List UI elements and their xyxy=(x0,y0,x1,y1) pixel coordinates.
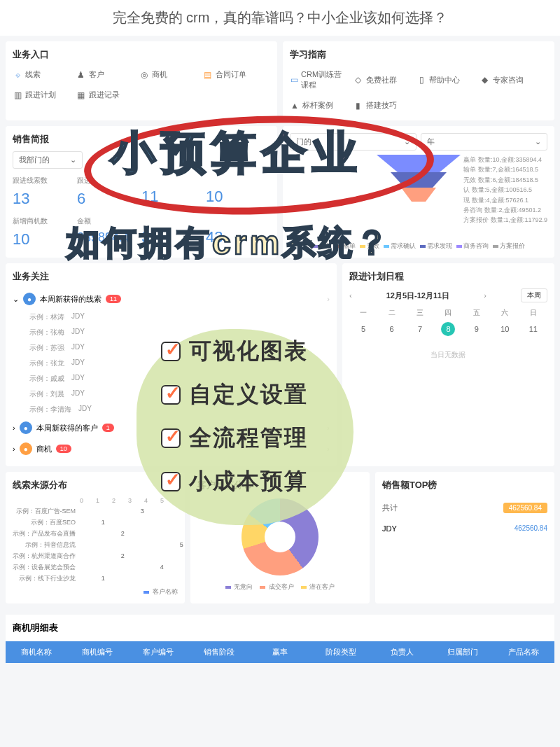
funnel-card: 门的⌄ 年⌄ 赢单 数量:10,金额:335894.4 输单 数量:7,金额:1… xyxy=(283,126,554,258)
table-column-header[interactable]: 归属部门 xyxy=(433,647,493,657)
guide-help[interactable]: ▯帮助中心 xyxy=(416,67,476,93)
page-title: 完全免费的 crm，真的靠谱吗？中小企业该如何选择？ xyxy=(0,0,560,36)
stat-label-5: 新增商机数 xyxy=(13,216,77,226)
list-item[interactable]: 示例：林涛JDY xyxy=(13,309,330,325)
stat-value-4: 10 xyxy=(206,188,270,206)
focus-group-opportunities[interactable]: › ● 商机 10 › xyxy=(13,438,330,459)
expert-icon: ◆ xyxy=(480,75,490,85)
table-column-header[interactable]: 赢率 xyxy=(249,647,310,657)
chevron-down-icon: ⌄ xyxy=(70,155,76,165)
opportunity-icon: ◎ xyxy=(139,70,149,80)
badge-opportunities: 10 xyxy=(56,445,71,453)
chevron-right-icon: › xyxy=(13,445,15,453)
funnel-bottom-legend: 赢单 输单 无效 需求确认 需求发现 商务咨询 方案报价 xyxy=(290,242,547,251)
table-column-header[interactable]: 产品名称 xyxy=(493,647,554,657)
sales-top-card: 销售额TOP榜 共计 462560.84 JDY 462560.84 xyxy=(375,472,554,603)
stat-value-7: 3 xyxy=(141,228,206,246)
table-column-header[interactable]: 商机编号 xyxy=(66,647,127,657)
list-item[interactable]: 示例：刘晨JDY xyxy=(13,386,330,402)
list-item[interactable]: 示例：张梅JDY xyxy=(13,325,330,340)
stat-value-6: 335894.4 xyxy=(77,230,141,245)
entry-leads[interactable]: ⟐线索 xyxy=(13,67,72,83)
list-item[interactable]: 示例：苏强JDY xyxy=(13,340,330,356)
chevron-right-icon: › xyxy=(13,424,15,432)
badge-leads: 11 xyxy=(106,295,121,303)
focus-group-leads[interactable]: ⌄ ● 本周新获得的线索 11 › xyxy=(13,288,330,309)
bar-row: 示例：产品发布会直播2 xyxy=(13,529,178,538)
cal-date[interactable]: 10 xyxy=(498,322,512,336)
cal-date[interactable]: 9 xyxy=(470,322,484,336)
dept-dropdown[interactable]: 我部门的⌄ xyxy=(13,151,83,169)
cal-week-button[interactable]: 本周 xyxy=(521,288,547,302)
guide-build[interactable]: ▮搭建技巧 xyxy=(354,97,413,113)
list-item[interactable]: 示例：张龙JDY xyxy=(13,356,330,371)
cal-date[interactable]: 11 xyxy=(526,322,540,336)
bar-row: 示例：百度广告-SEM3 xyxy=(13,507,178,516)
study-guide-card: 学习指南 ▭CRM训练营课程 ◇免费社群 ▯帮助中心 ◆专家咨询 ▲标杆案例 ▮… xyxy=(283,41,554,120)
source-chart-title: 线索来源分布 xyxy=(13,479,178,491)
plan-icon: ▥ xyxy=(13,90,22,100)
bar-row: 示例：百度SEO1 xyxy=(13,518,178,527)
funnel-layer-3 xyxy=(401,188,436,202)
cal-prev[interactable]: ‹ xyxy=(349,291,352,300)
cal-date[interactable]: 7 xyxy=(413,322,427,336)
chevron-down-icon: ⌄ xyxy=(404,137,410,146)
customer-icon: ♟ xyxy=(76,70,86,80)
entry-contract[interactable]: ▤合同订单 xyxy=(203,67,262,83)
opportunity-icon: ● xyxy=(20,442,32,455)
funnel-side-legend: 赢单 数量:10,金额:335894.4 输单 数量:7,金额:164518.5… xyxy=(463,155,547,225)
pie-chart xyxy=(241,498,318,575)
bar-row: 示例：抖音信息流5 xyxy=(13,540,178,550)
bar-legend: 客户名称 xyxy=(13,587,178,596)
detail-table-title: 商机明细表 xyxy=(6,615,554,641)
bar-axis: 012345 xyxy=(13,497,178,504)
user-icon: ● xyxy=(23,293,36,305)
focus-list: 示例：林涛JDY示例：张梅JDY示例：苏强JDY示例：张龙JDY示例：戚威JDY… xyxy=(13,309,330,417)
business-focus-card: 业务关注 ⌄ ● 本周新获得的线索 11 › 示例：林涛JDY示例：张梅JDY示… xyxy=(6,263,337,466)
funnel-dept-dropdown[interactable]: 门的⌄ xyxy=(290,133,416,151)
detail-table-header: 商机名称商机编号客户编号销售阶段赢率阶段类型负责人归属部门产品名称 xyxy=(6,641,554,663)
stat-value-8: 43 xyxy=(206,228,270,246)
chevron-down-icon: ⌄ xyxy=(13,295,19,304)
table-column-header[interactable]: 客户编号 xyxy=(127,647,188,657)
funnel-layer-1 xyxy=(377,155,461,172)
sales-brief-card: 销售简报 我部门的⌄ 跟进线索数13 跟进6 11 10 新增商机数10 金额3… xyxy=(6,126,277,258)
list-item[interactable]: 示例：戚威JDY xyxy=(13,371,330,386)
bar-row: 示例：线下行业沙龙1 xyxy=(13,574,178,583)
funnel-layer-2 xyxy=(391,172,447,188)
entry-followrec[interactable]: ▦跟进记录 xyxy=(76,87,136,103)
cal-date[interactable]: 8 xyxy=(441,322,455,336)
cal-date[interactable]: 6 xyxy=(385,322,399,336)
top-total-value: 462560.84 xyxy=(503,503,547,513)
table-column-header[interactable]: 商机名称 xyxy=(6,647,66,657)
cal-next[interactable]: › xyxy=(484,291,486,300)
top-row-name: JDY xyxy=(382,524,397,533)
table-column-header[interactable]: 负责人 xyxy=(372,647,433,657)
entry-customers[interactable]: ♟客户 xyxy=(76,67,136,83)
source-chart-card: 线索来源分布 012345 示例：百度广告-SEM3示例：百度SEO1示例：产品… xyxy=(6,472,185,603)
sales-top-title: 销售额TOP榜 xyxy=(382,479,547,491)
stat-label-1: 跟进线索数 xyxy=(13,176,77,186)
focus-group-customers[interactable]: › ● 本周新获得的客户 1 › xyxy=(13,417,330,438)
dashboard: 业务入口 ⟐线索 ♟客户 ◎商机 ▤合同订单 ▥跟进计划 ▦跟进记录 学习指南 … xyxy=(0,36,560,669)
guide-case[interactable]: ▲标杆案例 xyxy=(290,97,349,113)
guide-community[interactable]: ◇免费社群 xyxy=(354,67,413,93)
entry-followplan[interactable]: ▥跟进计划 xyxy=(13,87,72,103)
build-icon: ▮ xyxy=(354,101,363,111)
entry-opportunity[interactable]: ◎商机 xyxy=(139,67,199,83)
customer-state-title: 客户状态分布 xyxy=(197,479,363,491)
table-column-header[interactable]: 销售阶段 xyxy=(188,647,249,657)
stat-value-1: 13 xyxy=(13,190,77,208)
cal-empty-text: 当日无数据 xyxy=(349,350,547,360)
customer-state-card: 客户状态分布 无意向 成交客户 潜在客户 xyxy=(190,472,370,603)
bar-row: 示例：设备展览会预会4 xyxy=(13,563,178,572)
guide-training[interactable]: ▭CRM训练营课程 xyxy=(290,67,349,93)
list-item[interactable]: 示例：李清海JDY xyxy=(13,402,330,417)
chevron-right-icon: › xyxy=(327,424,330,432)
cal-date[interactable]: 5 xyxy=(356,322,370,336)
funnel-time-dropdown[interactable]: 年⌄ xyxy=(421,133,547,151)
table-column-header[interactable]: 阶段类型 xyxy=(311,647,372,657)
guide-expert[interactable]: ◆专家咨询 xyxy=(480,67,540,93)
stat-value-3: 11 xyxy=(141,188,206,206)
contract-icon: ▤ xyxy=(203,70,213,80)
